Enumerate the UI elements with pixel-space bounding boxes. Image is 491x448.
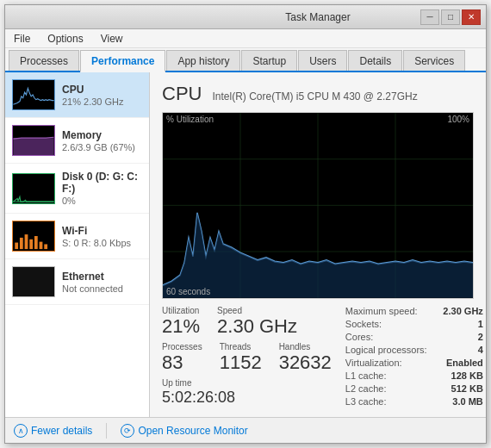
processes-label: Processes	[162, 342, 202, 352]
close-button[interactable]: ✕	[462, 9, 481, 25]
l1-row: L1 cache: 128 KB	[345, 370, 483, 381]
window-title: Task Manager	[215, 11, 420, 23]
sidebar-item-disk[interactable]: Disk 0 (D: G: C: F:) 0%	[5, 164, 149, 214]
svg-rect-9	[29, 240, 33, 249]
svg-rect-10	[34, 236, 38, 249]
svg-rect-8	[25, 234, 28, 249]
performance-panel: CPU Intel(R) Core(TM) i5 CPU M 430 @ 2.2…	[150, 72, 486, 417]
l2-label: L2 cache:	[345, 383, 387, 394]
virt-label: Virtualization:	[345, 358, 402, 368]
wifi-info: Wi-Fi S: 0 R: 8.0 Kbps	[62, 225, 142, 248]
speed-stat: Speed 2.30 GHz	[217, 306, 297, 337]
svg-rect-12	[44, 244, 47, 249]
tab-bar: Processes Performance App history Startu…	[5, 48, 486, 72]
cpu-sub: 21% 2.30 GHz	[62, 96, 142, 107]
title-bar: Task Manager ─ □ ✕	[5, 5, 486, 29]
uptime-stat: Up time 5:02:26:08	[162, 378, 332, 407]
wifi-label: Wi-Fi	[62, 225, 142, 237]
minimize-button[interactable]: ─	[420, 9, 439, 25]
tab-startup[interactable]: Startup	[241, 50, 297, 71]
disk-sub: 0%	[62, 196, 142, 206]
stats-container: Utilization 21% Speed 2.30 GHz Processes…	[162, 306, 474, 407]
ethernet-label: Ethernet	[62, 271, 142, 283]
cpu-label: CPU	[62, 84, 142, 96]
l3-row: L3 cache: 3.0 MB	[345, 396, 483, 407]
virt-row: Virtualization: Enabled	[345, 358, 483, 368]
stats-left: Utilization 21% Speed 2.30 GHz Processes…	[162, 306, 332, 407]
handles-value: 32632	[279, 352, 332, 373]
disk-graph-icon	[12, 173, 55, 204]
proc-thread-handle-group: Processes 83 Threads 1152 Handles 32632	[162, 342, 332, 373]
svg-rect-6	[15, 243, 18, 250]
menu-options[interactable]: Options	[42, 31, 88, 47]
menu-view[interactable]: View	[96, 31, 128, 47]
chart-label-100: 100%	[447, 115, 469, 124]
tab-users[interactable]: Users	[298, 50, 347, 71]
main-content: CPU 21% 2.30 GHz Memory 2.6/3.9 GB (67%)	[5, 72, 486, 417]
handles-stat: Handles 32632	[279, 342, 332, 373]
wifi-sub: S: 0 R: 8.0 Kbps	[62, 238, 142, 248]
svg-rect-0	[13, 80, 53, 109]
svg-rect-5	[13, 221, 53, 251]
cpu-chart-svg	[163, 113, 473, 298]
svg-rect-7	[20, 238, 23, 249]
maximize-button[interactable]: □	[441, 9, 460, 25]
fewer-details-label: Fewer details	[31, 425, 92, 437]
l1-label: L1 cache:	[345, 370, 387, 381]
fewer-details-icon: ∧	[14, 424, 28, 438]
task-manager-window: Task Manager ─ □ ✕ File Options View Pro…	[4, 4, 487, 444]
memory-sub: 2.6/3.9 GB (67%)	[62, 142, 142, 152]
processes-value: 83	[162, 352, 202, 373]
sidebar-item-cpu[interactable]: CPU 21% 2.30 GHz	[5, 72, 149, 118]
speed-value: 2.30 GHz	[217, 316, 297, 337]
footer: ∧ Fewer details ⟳ Open Resource Monitor	[5, 417, 486, 443]
ethernet-graph-icon	[12, 266, 55, 297]
l3-label: L3 cache:	[345, 396, 387, 407]
cpu-model: Intel(R) Core(TM) i5 CPU M 430 @ 2.27GHz	[212, 90, 417, 103]
chart-label-utilization: % Utilization	[166, 115, 214, 124]
cores-label: Cores:	[345, 332, 373, 342]
cores-value: 2	[478, 332, 483, 342]
title-controls: ─ □ ✕	[420, 9, 481, 25]
processes-stat: Processes 83	[162, 342, 202, 373]
tab-services[interactable]: Services	[403, 50, 465, 71]
sidebar-item-ethernet[interactable]: Ethernet Not connected	[5, 259, 149, 305]
l1-value: 128 KB	[451, 370, 483, 381]
sockets-value: 1	[478, 319, 483, 329]
l2-value: 512 KB	[451, 383, 483, 394]
logical-label: Logical processors:	[345, 345, 427, 355]
cpu-panel-title: CPU	[162, 83, 202, 105]
max-speed-row: Maximum speed: 2.30 GHz	[345, 306, 483, 316]
open-monitor-label: Open Resource Monitor	[138, 425, 247, 437]
svg-rect-2	[13, 138, 53, 155]
tab-performance[interactable]: Performance	[80, 50, 165, 72]
max-speed-label: Maximum speed:	[345, 306, 418, 316]
utilization-label: Utilization	[162, 306, 200, 315]
memory-graph-icon	[12, 125, 55, 156]
open-monitor-button[interactable]: ⟳ Open Resource Monitor	[121, 424, 247, 438]
virt-value: Enabled	[446, 358, 483, 368]
memory-label: Memory	[62, 129, 142, 141]
speed-label: Speed	[217, 306, 297, 315]
wifi-graph-icon	[12, 221, 55, 252]
utilization-value: 21%	[162, 316, 200, 337]
fewer-details-button[interactable]: ∧ Fewer details	[14, 424, 92, 438]
ethernet-sub: Not connected	[62, 283, 142, 294]
sidebar: CPU 21% 2.30 GHz Memory 2.6/3.9 GB (67%)	[5, 72, 150, 417]
sidebar-item-memory[interactable]: Memory 2.6/3.9 GB (67%)	[5, 118, 149, 164]
tab-details[interactable]: Details	[348, 50, 402, 71]
sockets-row: Sockets: 1	[345, 319, 483, 329]
uptime-label: Up time	[162, 378, 332, 388]
uptime-value: 5:02:26:08	[162, 389, 332, 407]
logical-value: 4	[478, 345, 483, 355]
tab-processes[interactable]: Processes	[9, 50, 79, 71]
cpu-header: CPU Intel(R) Core(TM) i5 CPU M 430 @ 2.2…	[162, 83, 474, 105]
menu-file[interactable]: File	[9, 31, 35, 47]
utilization-stat: Utilization 21%	[162, 306, 200, 337]
chart-label-seconds: 60 seconds	[166, 287, 210, 296]
handles-label: Handles	[279, 342, 332, 352]
tab-app-history[interactable]: App history	[166, 50, 240, 71]
sidebar-item-wifi[interactable]: Wi-Fi S: 0 R: 8.0 Kbps	[5, 214, 149, 259]
cpu-graph-icon	[12, 79, 55, 110]
threads-label: Threads	[220, 342, 262, 352]
